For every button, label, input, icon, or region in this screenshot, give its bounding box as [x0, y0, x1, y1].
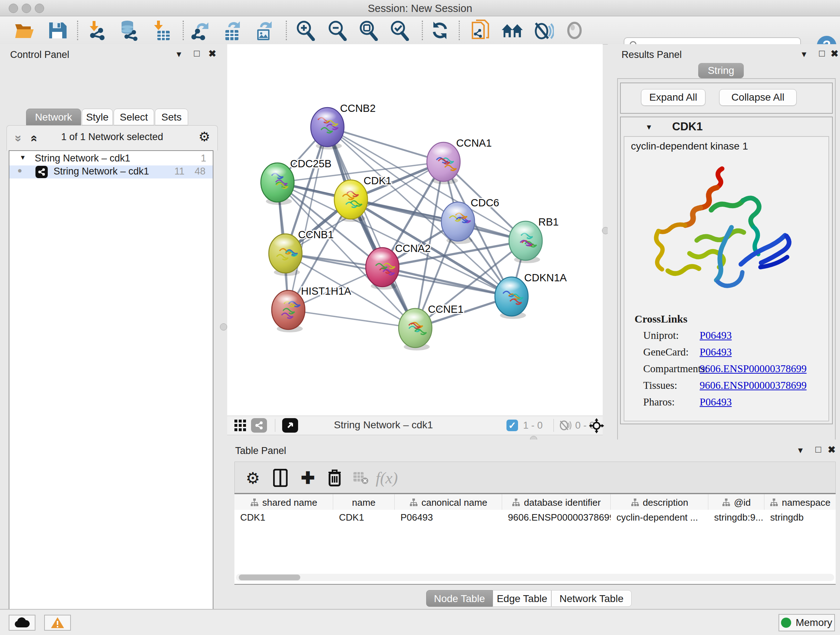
float-panel-icon[interactable]: ▾	[802, 49, 806, 60]
birds-eye-view-icon[interactable]	[282, 418, 298, 432]
export-image-button[interactable]	[253, 20, 276, 41]
column-header[interactable]: shared name	[234, 494, 333, 511]
float-panel-icon[interactable]: ▾	[798, 445, 803, 456]
tab-network-table[interactable]: Network Table	[551, 590, 632, 607]
save-session-button[interactable]	[46, 20, 69, 41]
network-badge-icon[interactable]	[251, 418, 267, 432]
network-node-cdkn1a[interactable]: CDKN1A	[495, 272, 567, 319]
zoom-out-button[interactable]	[325, 20, 349, 41]
column-label: shared name	[262, 497, 317, 508]
network-collection-row[interactable]: ▼ String Network – cdk1 1	[9, 152, 213, 165]
maximize-panel-icon[interactable]: □	[194, 48, 200, 59]
add-column-icon[interactable]: ✚	[297, 467, 319, 489]
delete-column-icon[interactable]	[324, 467, 346, 489]
network-node-ccnb1[interactable]: CCNB1	[269, 229, 333, 276]
import-table-button[interactable]	[150, 20, 173, 41]
collapse-all-button[interactable]: Collapse All	[719, 89, 797, 106]
window-title: Session: New Session	[0, 3, 840, 14]
tree-expander-icon[interactable]: ▼	[19, 154, 26, 162]
gear-icon[interactable]: ⚙	[199, 129, 210, 144]
main-toolbar: ?	[0, 16, 840, 44]
column-header[interactable]: canonical name	[395, 494, 502, 511]
refresh-button[interactable]	[428, 20, 452, 41]
column-header[interactable]: namespace	[764, 494, 836, 511]
zoom-selected-button[interactable]	[388, 20, 411, 41]
cdk1-section: ▼ CDK1 cyclin-dependent kinase 1	[620, 117, 833, 424]
close-panel-icon[interactable]: ✖	[828, 444, 836, 455]
home-view-button[interactable]	[501, 20, 524, 41]
tab-sets[interactable]: Sets	[155, 109, 188, 125]
column-type-icon	[409, 498, 418, 507]
crosslink-link[interactable]: 9606.ENSP00000378699	[699, 379, 807, 391]
crosslink-link[interactable]: P06493	[699, 396, 732, 408]
show-columns-icon[interactable]	[270, 467, 291, 489]
memory-status-icon	[781, 618, 791, 628]
protein-structure-image	[646, 162, 805, 307]
memory-button[interactable]: Memory	[778, 614, 835, 631]
zoom-fit-button[interactable]	[357, 20, 380, 41]
network-from-file-button[interactable]	[469, 20, 492, 41]
node-label: RB1	[538, 216, 559, 228]
node-count: 11	[174, 166, 185, 177]
column-type-icon	[250, 498, 259, 507]
pan-crosshair-icon[interactable]	[589, 418, 604, 433]
zoom-in-button[interactable]	[294, 20, 317, 41]
network-edge[interactable]	[327, 127, 444, 162]
cloud-button[interactable]	[9, 615, 35, 631]
export-network-button[interactable]	[189, 20, 213, 41]
float-panel-icon[interactable]: ▾	[177, 49, 181, 60]
crosslink-link[interactable]: 9606.ENSP00000378699	[699, 363, 807, 375]
network-node-hist1h1a[interactable]: HIST1H1A	[272, 285, 351, 333]
maximize-panel-icon[interactable]: □	[819, 48, 825, 59]
table-gear-icon[interactable]: ⚙	[242, 467, 264, 489]
toolbar-separator	[77, 21, 78, 40]
crosslink-link[interactable]: P06493	[699, 329, 732, 341]
close-panel-icon[interactable]: ✖	[208, 48, 216, 59]
table-body: CDK1 CDK1 P06493 9606.ENSP00000378699 cy…	[234, 510, 836, 585]
network-row[interactable]: ● String Network – cdk1 11 48	[9, 165, 213, 179]
open-session-button[interactable]	[13, 20, 36, 41]
toolbar-separator	[286, 21, 287, 40]
maximize-panel-icon[interactable]: □	[815, 444, 821, 455]
scrollbar-thumb[interactable]	[239, 575, 300, 580]
export-table-button[interactable]	[221, 20, 245, 41]
section-expander-icon[interactable]: ▼	[645, 123, 653, 131]
selected-checkbox[interactable]: ✓	[507, 420, 518, 431]
crosslink-link[interactable]: P06493	[699, 346, 732, 358]
tab-select[interactable]: Select	[114, 109, 154, 125]
tab-style[interactable]: Style	[82, 109, 113, 125]
cell-namespace: stringdb	[764, 512, 836, 523]
network-edge[interactable]	[288, 310, 415, 328]
column-header[interactable]: name	[333, 494, 395, 511]
network-node-rb1[interactable]: RB1	[509, 216, 559, 263]
grid-view-icon[interactable]	[232, 418, 248, 432]
network-type-icon	[35, 166, 48, 178]
table-row[interactable]: CDK1 CDK1 P06493 9606.ENSP00000378699 cy…	[234, 510, 836, 525]
expand-all-button[interactable]: Expand All	[641, 89, 706, 106]
table-panel-title: Table Panel	[235, 445, 286, 456]
network-canvas[interactable]: CCNB2CCNA1CDC25BCDK1CDC6RB1CCNB1CCNA2CDK…	[227, 44, 603, 416]
tab-network[interactable]: Network	[26, 109, 81, 125]
node-label: CDC6	[471, 197, 499, 209]
hide-glasses-button[interactable]	[532, 20, 555, 41]
show-glasses-button[interactable]	[563, 20, 586, 41]
cell-description: cyclin-dependent ...	[611, 512, 708, 523]
left-splitter-handle[interactable]	[220, 323, 227, 331]
table-horizontal-scrollbar[interactable]	[236, 574, 834, 581]
tab-edge-table[interactable]: Edge Table	[493, 590, 551, 607]
column-header[interactable]: database identifier	[502, 494, 611, 511]
network-node-cdk1[interactable]: CDK1	[334, 175, 392, 222]
hidden-eye-icon[interactable]	[559, 420, 572, 431]
close-panel-icon[interactable]: ✖	[831, 48, 838, 59]
column-label: database identifier	[524, 497, 600, 508]
network-node-ccna2[interactable]: CCNA2	[366, 242, 431, 290]
column-header[interactable]: @id	[708, 494, 764, 511]
column-header[interactable]: description	[611, 494, 708, 511]
tab-string[interactable]: String	[698, 63, 744, 78]
network-node-ccne1[interactable]: CCNE1	[399, 303, 463, 350]
tab-node-table[interactable]: Node Table	[426, 590, 493, 607]
warning-button[interactable]	[44, 615, 71, 631]
import-database-button[interactable]	[117, 20, 141, 41]
import-network-button[interactable]	[85, 20, 109, 41]
network-edge[interactable]	[382, 267, 512, 296]
